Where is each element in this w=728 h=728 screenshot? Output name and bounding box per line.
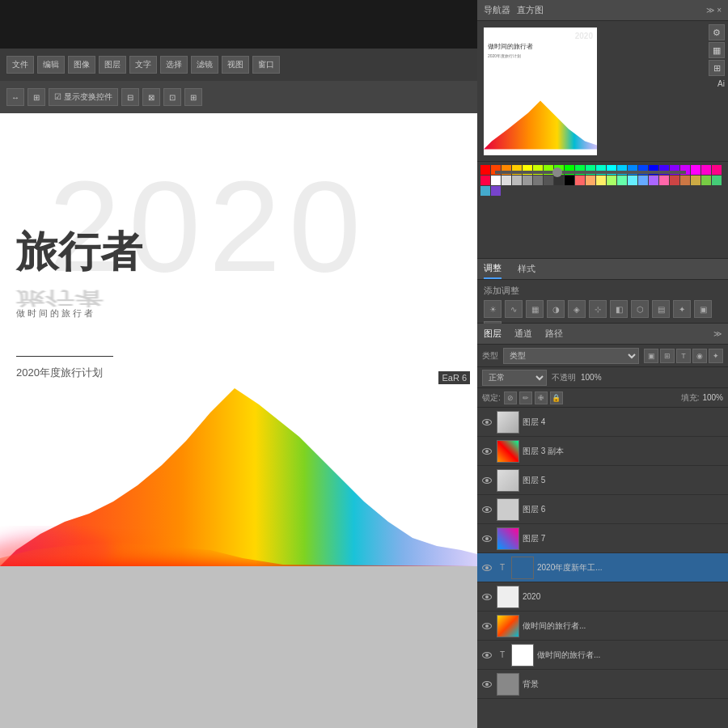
add-adjustment-btn[interactable]: 添加调整 [484,285,722,297]
layer-visibility-toggle[interactable] [480,678,493,691]
selective-color-icon[interactable]: ✦ [673,300,691,318]
layer-visibility-toggle[interactable] [480,620,493,633]
color-swatch[interactable] [649,176,658,185]
filter-btn[interactable]: 滤镜 [191,56,218,74]
auto-select[interactable]: ⊞ [28,88,45,106]
color-swatch[interactable] [617,176,627,185]
vibrance-icon[interactable]: ◈ [568,300,586,318]
threshold-icon[interactable]: ▣ [694,300,712,318]
select-btn[interactable]: 选择 [160,56,188,74]
layer-visibility-toggle[interactable] [480,590,493,603]
layer-item[interactable]: 图层 7 [477,524,728,553]
layer-item[interactable]: 图层 4 [477,408,728,437]
color-swatch[interactable] [491,186,501,196]
layers-menu[interactable]: ≫ [713,329,722,338]
hue-icon[interactable]: ◑ [547,300,565,318]
layer-item[interactable]: 图层 5 [477,466,728,495]
color-swatch[interactable] [691,176,700,185]
black-white-icon[interactable]: ◧ [610,300,628,318]
blend-mode-select[interactable]: 正常 [482,370,547,386]
layer-item[interactable]: T做时间的旅行者... [477,641,728,670]
distribute[interactable]: ⊞ [184,88,202,106]
lock-move[interactable]: ✙ [535,392,548,404]
color-swatch[interactable] [628,176,637,185]
layer-visibility-toggle[interactable] [480,445,493,458]
filter-pixel[interactable]: ▣ [644,349,658,363]
zoom-slider[interactable] [495,171,686,174]
grid-icon[interactable]: ⊞ [709,60,725,76]
filter-smart[interactable]: ✦ [709,349,723,363]
adjustments-tab[interactable]: 调整 [484,259,502,279]
color-swatch[interactable] [586,176,595,185]
align-left[interactable]: ⊟ [121,88,139,106]
move-tool[interactable]: ↔ [6,88,24,106]
color-swatch[interactable] [575,176,585,185]
transform-controls[interactable]: ☑ 显示变换控件 [49,88,118,106]
color-swatch[interactable] [523,176,532,185]
layer-visibility-toggle[interactable] [480,649,493,662]
lock-transparent[interactable]: ⊘ [504,392,517,404]
color-swatch[interactable] [712,165,722,175]
file-btn[interactable]: 文件 [6,56,34,74]
window-btn[interactable]: 窗口 [252,56,280,74]
gradient-map-icon[interactable]: ▤ [652,300,670,318]
color-swatch[interactable] [512,176,522,185]
layer-btn[interactable]: 图层 [99,56,126,74]
channels-tab[interactable]: 通道 [514,328,532,340]
curves-icon[interactable]: ∿ [505,300,523,318]
color-swatch[interactable] [701,176,711,185]
layer-item[interactable]: T2020年度新年工... [477,553,728,582]
settings-icon[interactable]: ⚙ [709,24,725,40]
layer-item[interactable]: 背景 [477,670,728,699]
filter-adjust[interactable]: ⊞ [660,349,675,363]
align-center[interactable]: ⊠ [142,88,160,106]
layer-visibility-toggle[interactable] [480,503,493,516]
color-swatch[interactable] [533,176,543,185]
lock-paint[interactable]: ✏ [519,392,532,404]
color-swatch[interactable] [565,176,574,185]
layer-visibility-toggle[interactable] [480,474,493,487]
layer-item[interactable]: 图层 6 [477,495,728,524]
color-swatch[interactable] [502,176,511,185]
color-swatch[interactable] [712,176,722,185]
layer-visibility-toggle[interactable] [480,532,493,545]
color-swatch[interactable] [480,165,490,175]
nav-preview-content: 2020 做时间的旅行者 2020年度旅行计划 [484,28,597,155]
filter-shape[interactable]: ◉ [692,349,707,363]
color-balance-icon[interactable]: ⊹ [589,300,607,318]
paths-tab[interactable]: 路径 [545,328,563,340]
align-right[interactable]: ⊡ [163,88,181,106]
color-swatch[interactable] [670,176,679,185]
layer-item[interactable]: 做时间的旅行者... [477,612,728,641]
color-swatch[interactable] [638,176,648,185]
color-swatch[interactable] [680,176,690,185]
layer-item[interactable]: 图层 3 副本 [477,437,728,466]
filter-select[interactable]: 类型 [503,348,639,364]
brightness-icon[interactable]: ☀ [484,300,502,318]
layer-visibility-toggle[interactable] [480,416,493,429]
image-btn[interactable]: 图像 [68,56,95,74]
color-swatch[interactable] [607,176,616,185]
layer-visibility-toggle[interactable] [480,561,493,574]
color-swatch[interactable] [544,176,553,185]
style-tab[interactable]: 样式 [518,260,535,278]
color-swatch[interactable] [491,176,501,185]
type-btn[interactable]: 文字 [129,56,157,74]
view-btn[interactable]: 视图 [222,56,249,74]
navigator-menu[interactable]: ≫ × [706,6,722,15]
color-swatch[interactable] [691,165,700,175]
edit-btn[interactable]: 编辑 [37,56,65,74]
color-swatch[interactable] [701,165,711,175]
layers-tab[interactable]: 图层 [484,328,502,340]
lock-label: 锁定: [482,392,501,404]
histogram-icon[interactable]: ▦ [709,42,725,58]
color-swatch[interactable] [596,176,606,185]
color-swatch[interactable] [480,186,490,196]
layer-item[interactable]: 2020 [477,582,728,612]
lock-all[interactable]: 🔒 [550,392,563,404]
color-swatch[interactable] [659,176,669,185]
photo-filter-icon[interactable]: ⬡ [631,300,649,318]
color-swatch[interactable] [480,176,490,185]
levels-icon[interactable]: ▦ [526,300,544,318]
filter-type[interactable]: T [676,349,691,363]
